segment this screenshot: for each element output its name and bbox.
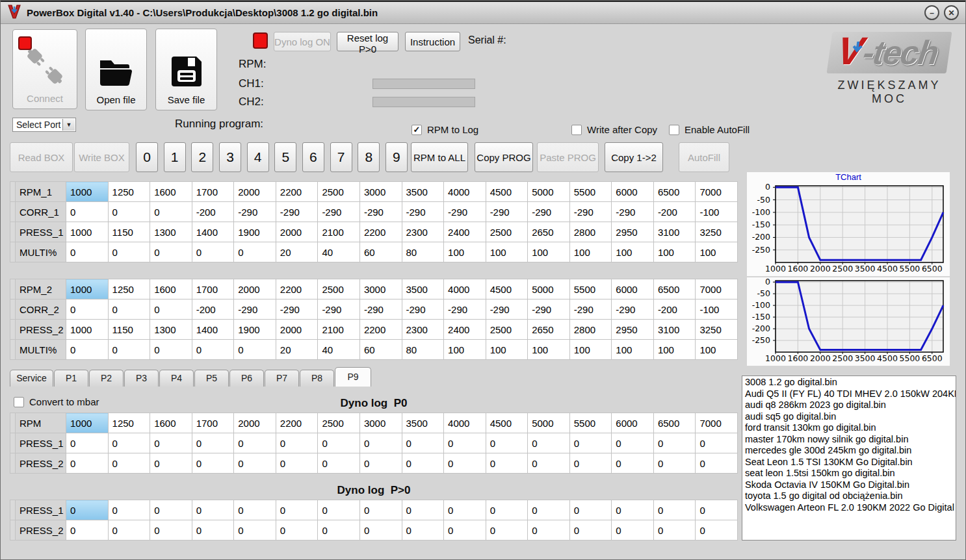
grid-cell[interactable]: 1000 [66, 222, 109, 242]
grid-cell[interactable]: 5000 [528, 279, 570, 299]
grid-cell[interactable]: 2300 [402, 320, 444, 340]
grid-cell[interactable]: 0 [569, 433, 612, 453]
grid-cell[interactable]: 100 [528, 242, 570, 262]
grid-cell[interactable]: 5000 [528, 182, 570, 202]
grid-cell[interactable]: 100 [486, 242, 528, 262]
grid-cell[interactable]: 0 [108, 202, 150, 222]
grid-cell[interactable]: 6000 [612, 413, 654, 433]
grid-cell[interactable]: 80 [402, 340, 444, 360]
grid-cell[interactable]: 0 [444, 453, 486, 474]
file-list-item[interactable]: toyota 1.5 go digital od obciążenia.bin [742, 490, 956, 502]
digit-button-5[interactable]: 5 [274, 142, 296, 172]
checkbox-unchecked-icon[interactable] [669, 125, 679, 135]
grid-cell[interactable]: 2100 [318, 320, 360, 340]
grid-cell[interactable]: 2000 [234, 279, 276, 299]
grid-cell[interactable]: 0 [150, 500, 192, 520]
enable-autofill-checkbox[interactable]: Enable AutoFill [669, 124, 750, 135]
grid-cell[interactable]: 3100 [653, 320, 696, 340]
tab-p5[interactable]: P5 [194, 370, 229, 387]
grid-cell[interactable]: 3500 [402, 279, 444, 299]
grid-cell[interactable]: 0 [528, 433, 570, 453]
grid-cell[interactable]: 3100 [653, 222, 696, 242]
reset-log-button[interactable]: Reset log P>0 [337, 32, 398, 51]
tab-p6[interactable]: P6 [229, 370, 264, 387]
grid-cell[interactable]: 1600 [150, 182, 192, 202]
grid-cell[interactable]: 40 [318, 242, 360, 262]
grid-cell[interactable]: 2300 [402, 222, 444, 242]
instruction-button[interactable]: Instruction [405, 32, 460, 51]
grid-cell[interactable]: 2500 [318, 413, 360, 433]
grid-cell[interactable]: 1150 [108, 320, 150, 340]
grid-cell[interactable]: 20 [276, 340, 318, 360]
digit-button-1[interactable]: 1 [164, 142, 186, 172]
chevron-down-icon[interactable]: ▼ [62, 119, 75, 131]
paste-prog-button[interactable]: Paste PROG [537, 142, 599, 172]
grid-cell[interactable]: 0 [234, 242, 276, 262]
grid-cell[interactable]: 0 [696, 520, 738, 541]
file-list-item[interactable]: audi q8 286km 2023 go digital.bin [742, 400, 956, 411]
grid-cell[interactable]: 0 [318, 453, 360, 474]
grid-cell[interactable]: 2500 [486, 320, 528, 340]
grid-cell[interactable]: 100 [696, 340, 738, 360]
grid-cell[interactable]: 0 [234, 453, 276, 474]
grid-cell[interactable]: 100 [653, 242, 696, 262]
grid-cell[interactable]: 0 [318, 433, 360, 453]
grid-cell[interactable]: 2400 [444, 320, 486, 340]
grid-cell[interactable]: 2000 [234, 413, 276, 433]
grid-cell[interactable]: 3500 [402, 182, 444, 202]
grid-cell[interactable]: 0 [653, 433, 696, 453]
file-list-item[interactable]: audi sq5 go digital.bin [742, 411, 956, 423]
grid-cell[interactable]: 0 [612, 500, 654, 520]
grid-cell[interactable]: 0 [359, 500, 402, 520]
grid-cell[interactable]: 0 [569, 453, 612, 474]
tab-p7[interactable]: P7 [265, 370, 299, 387]
grid-cell[interactable]: 0 [234, 340, 276, 360]
tab-p1[interactable]: P1 [54, 370, 88, 387]
grid-cell[interactable]: 0 [612, 520, 654, 541]
checkbox-unchecked-icon[interactable] [571, 125, 582, 135]
grid-cell[interactable]: 0 [318, 500, 360, 520]
copy-prog-button[interactable]: Copy PROG [475, 142, 533, 172]
grid-cell[interactable]: 1600 [150, 279, 192, 299]
connect-button[interactable]: Connect [12, 29, 77, 109]
copy-1-to-2-button[interactable]: Copy 1->2 [605, 142, 663, 172]
grid-cell[interactable]: 2000 [276, 320, 318, 340]
grid-cell[interactable]: -290 [612, 202, 654, 222]
rpm-to-log-checkbox[interactable]: ✓ RPM to Log [411, 124, 478, 135]
dyno-log-on-button[interactable]: Dyno log ON [274, 32, 331, 51]
grid-cell[interactable]: 0 [402, 520, 444, 541]
grid-cell[interactable]: 2200 [276, 279, 318, 299]
grid-cell[interactable]: 1700 [192, 182, 234, 202]
grid-cell[interactable]: 0 [108, 299, 150, 320]
grid-cell[interactable]: 0 [612, 433, 654, 453]
grid-cell[interactable]: 0 [150, 453, 192, 474]
file-list-item[interactable]: Volkswagen Arteon FL 2.0 190KM 2022 Go D… [742, 502, 956, 514]
grid-cell[interactable]: 0 [234, 500, 276, 520]
grid-cell[interactable]: 0 [192, 433, 234, 453]
file-list-item[interactable]: Seat Leon 1.5 TSI 130KM Go Digital.bin [742, 457, 956, 468]
grid-cell[interactable]: 20 [276, 242, 318, 262]
grid-cell[interactable]: -290 [276, 299, 318, 320]
digit-button-6[interactable]: 6 [302, 142, 324, 172]
grid-cell[interactable]: 0 [66, 453, 109, 474]
grid-cell[interactable]: -290 [486, 202, 528, 222]
grid-cell[interactable]: 2500 [318, 279, 360, 299]
file-list-item[interactable]: seat leon 1.5tsi 150km go digital.bin [742, 468, 956, 479]
file-list-item[interactable]: master 170km nowy silnik go digital.bin [742, 434, 956, 446]
grid-cell[interactable]: 100 [696, 242, 738, 262]
digit-button-9[interactable]: 9 [385, 142, 408, 172]
grid-cell[interactable]: 0 [653, 500, 696, 520]
grid-cell[interactable]: 0 [318, 520, 360, 541]
tab-service[interactable]: Service [10, 370, 53, 387]
grid-cell[interactable]: -290 [359, 299, 402, 320]
grid-cell[interactable]: 100 [653, 340, 696, 360]
grid-cell[interactable]: -290 [359, 202, 402, 222]
grid-cell[interactable]: 0 [612, 453, 654, 474]
grid-cell[interactable]: 2200 [359, 320, 402, 340]
grid-cell[interactable]: 1900 [234, 222, 276, 242]
grid-cell[interactable]: -290 [276, 202, 318, 222]
grid-cell[interactable]: 2400 [444, 222, 486, 242]
grid-cell[interactable]: 0 [192, 453, 234, 474]
read-box-button[interactable]: Read BOX [10, 142, 73, 172]
grid-cell[interactable]: 0 [234, 520, 276, 541]
